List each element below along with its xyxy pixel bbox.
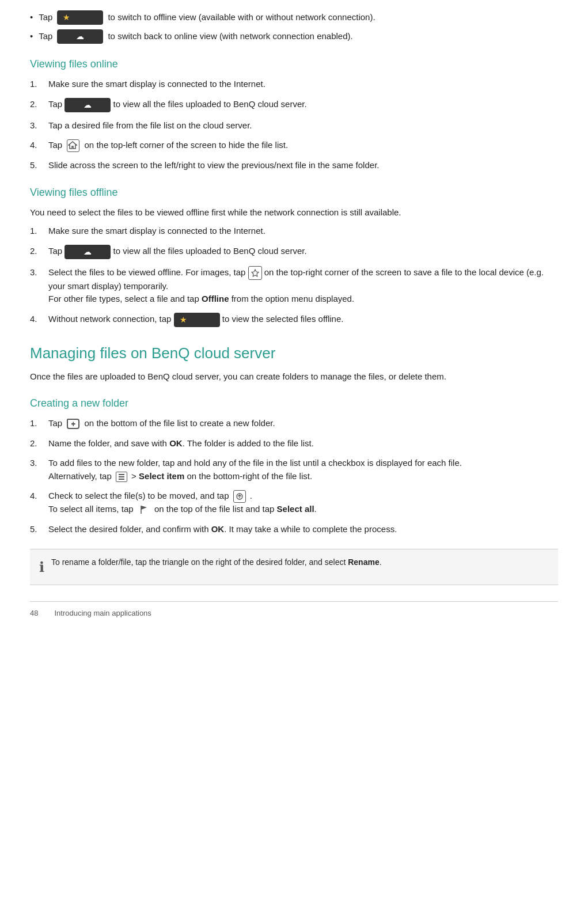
step-folder-1: 1. Tap + on the bottom of the file list … (30, 417, 558, 430)
step-content-offline-3: Select the files to be viewed offline. F… (48, 266, 558, 306)
menu-line-3 (119, 479, 124, 480)
managing-heading: Managing files on BenQ cloud server (30, 342, 558, 365)
step-content-online-2: Tap ☁ to view all the files uploaded to … (48, 98, 558, 112)
step-num-offline-3: 3. (30, 266, 43, 279)
bullet-row-1: • Tap ★ to switch to offline view (avail… (30, 10, 558, 25)
step-content-online-1: Make sure the smart display is connected… (48, 78, 558, 91)
step-num-offline-4: 4. (30, 313, 43, 326)
folder-add-icon: + (67, 419, 79, 429)
step-online-3: 3. Tap a desired file from the file list… (30, 119, 558, 132)
move-icon (233, 490, 246, 503)
step-folder-3: 3. To add files to the new folder, tap a… (30, 457, 558, 483)
viewing-offline-intro: You need to select the files to be viewe… (30, 206, 558, 219)
bullet-dot-2: • (30, 30, 33, 43)
creating-folder-list: 1. Tap + on the bottom of the file list … (30, 417, 558, 536)
step-num-folder-5: 5. (30, 523, 43, 536)
bullet-suffix-1: to switch to offline view (available wit… (108, 11, 375, 24)
step-num-online-4: 4. (30, 139, 43, 152)
viewing-online-list: 1. Make sure the smart display is connec… (30, 78, 558, 172)
select-item-bold: Select item (139, 471, 184, 481)
step-offline-4: 4. Without network connection, tap ★ to … (30, 313, 558, 327)
cloud-icon-online2: ☁ (84, 100, 92, 109)
step-num-folder-2: 2. (30, 437, 43, 450)
step-num-online-2: 2. (30, 98, 43, 111)
menu-line-2 (119, 476, 124, 477)
step-content-folder-1: Tap + on the bottom of the file list to … (48, 417, 558, 430)
bullet-suffix-2: to switch back to online view (with netw… (108, 30, 352, 43)
offline-bold: Offline (202, 294, 229, 304)
bullet-dot-1: • (30, 11, 33, 24)
info-icon: ℹ (39, 557, 44, 578)
step-content-online-4: Tap on the top-left corner of the screen… (48, 139, 558, 152)
step-content-folder-3: To add files to the new folder, tap and … (48, 457, 558, 483)
step-folder-5: 5. Select the desired folder, and confir… (30, 523, 558, 536)
step-folder-2: 2. Name the folder, and save with OK. Th… (30, 437, 558, 450)
svg-marker-0 (69, 142, 77, 149)
bullet-row-2: • Tap ☁ to switch back to online view (w… (30, 29, 558, 44)
step-online-5: 5. Slide across the screen to the left/r… (30, 159, 558, 172)
step-num-folder-3: 3. (30, 457, 43, 470)
step-content-offline-2: Tap ☁ to view all the files uploaded to … (48, 245, 558, 259)
note-text: To rename a folder/file, tap the triangl… (51, 556, 382, 568)
step-content-folder-2: Name the folder, and save with OK. The f… (48, 437, 558, 450)
step-offline-2: 2. Tap ☁ to view all the files uploaded … (30, 245, 558, 259)
flag-icon (138, 503, 150, 516)
svg-marker-1 (252, 270, 259, 276)
step-offline-3: 3. Select the files to be viewed offline… (30, 266, 558, 306)
footer-label: Introducing main applications (54, 608, 151, 619)
topright-star-icon (248, 266, 262, 280)
step-num-offline-2: 2. (30, 245, 43, 258)
viewing-offline-heading: Viewing files offline (30, 185, 558, 200)
viewing-online-heading: Viewing files online (30, 56, 558, 72)
step-content-offline-4: Without network connection, tap ★ to vie… (48, 313, 558, 327)
note-box: ℹ To rename a folder/file, tap the trian… (30, 549, 558, 585)
star-btn-offline4: ★ (174, 313, 220, 327)
viewing-offline-list: 1. Make sure the smart display is connec… (30, 225, 558, 327)
bullet-tap-text-1: Tap (39, 11, 52, 24)
cloud-button-offline2: ☁ (65, 245, 111, 259)
step-num-folder-4: 4. (30, 490, 43, 503)
page-number: 48 (30, 608, 38, 619)
step-online-2: 2. Tap ☁ to view all the files uploaded … (30, 98, 558, 112)
menu-line-1 (119, 474, 124, 475)
star-icon: ★ (63, 12, 70, 24)
cloud-icon-offline2: ☁ (84, 247, 92, 256)
select-all-bold: Select all (277, 504, 314, 514)
step-content-online-5: Slide across the screen to the left/righ… (48, 159, 558, 172)
step-content-folder-5: Select the desired folder, and confirm w… (48, 523, 558, 536)
ok-bold-2: OK (169, 438, 183, 448)
home-icon (67, 139, 79, 152)
step-num-folder-1: 1. (30, 417, 43, 430)
step-online-4: 4. Tap on the top-left corner of the scr… (30, 139, 558, 152)
menu-icon-3 (116, 472, 127, 482)
online-cloud-button: ☁ (57, 29, 103, 44)
footer: 48 Introducing main applications (30, 601, 558, 625)
step-num-online-5: 5. (30, 159, 43, 172)
managing-intro: Once the files are uploaded to BenQ clou… (30, 370, 558, 384)
step-folder-4: 4. Check to select the file(s) to be mov… (30, 490, 558, 516)
step-num-offline-1: 1. (30, 225, 43, 238)
step-content-online-3: Tap a desired file from the file list on… (48, 119, 558, 132)
step-num-online-1: 1. (30, 78, 43, 91)
bullet-tap-text-2: Tap (39, 30, 52, 43)
rename-bold: Rename (348, 557, 379, 567)
star-icon-offline4: ★ (180, 314, 187, 326)
step-content-folder-4: Check to select the file(s) to be moved,… (48, 490, 558, 516)
cloud-icon-2: ☁ (76, 32, 84, 41)
step-content-offline-1: Make sure the smart display is connected… (48, 225, 558, 238)
step-online-1: 1. Make sure the smart display is connec… (30, 78, 558, 91)
ok-bold-5: OK (211, 524, 225, 534)
cloud-button-online2: ☁ (65, 98, 111, 112)
step-offline-1: 1. Make sure the smart display is connec… (30, 225, 558, 238)
step-num-online-3: 3. (30, 119, 43, 132)
creating-folder-heading: Creating a new folder (30, 396, 558, 411)
offline-star-button: ★ (57, 10, 103, 25)
